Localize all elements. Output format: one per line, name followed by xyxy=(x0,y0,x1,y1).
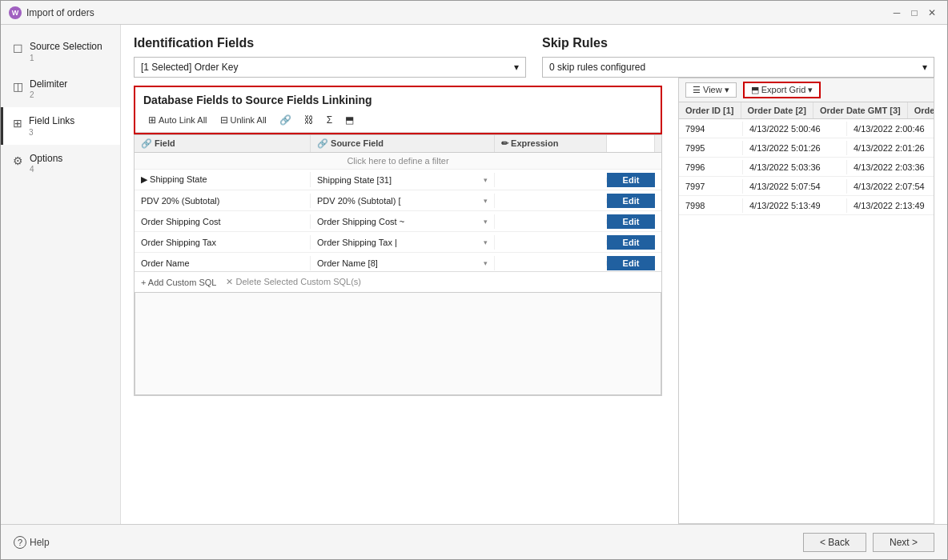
field-links-title: Database Fields to Source Fields Linkini… xyxy=(135,87,661,110)
main-window: W Import of orders ─ □ ✕ ☐ Source Select… xyxy=(0,0,948,560)
cell-date-0: 4/13/2022 5:00:46 xyxy=(743,122,847,136)
sql-editor[interactable] xyxy=(135,292,661,395)
sidebar-num-delimiter: 2 xyxy=(30,90,67,99)
identification-dropdown-arrow: ▾ xyxy=(514,62,519,73)
import-button[interactable]: ⬒ xyxy=(340,113,359,127)
delimiter-icon: ◫ xyxy=(13,80,23,93)
cell-expr-2 xyxy=(495,219,607,224)
right-grid-toolbar: ☰ View ▾ ⬒ Export Grid ▾ xyxy=(679,78,934,102)
right-grid-header: Order ID [1] Order Date [2] Order Date G… xyxy=(679,102,934,119)
export-icon: ⬒ xyxy=(751,85,759,95)
skip-rules-dropdown-arrow: ▾ xyxy=(922,62,927,73)
cell-field-0: ▶ Shipping State xyxy=(135,172,311,187)
skip-rules-title: Skip Rules xyxy=(542,36,934,50)
sidebar-item-source-selection[interactable]: ☐ Source Selection 1 xyxy=(1,33,120,70)
window-title: Import of orders xyxy=(26,7,94,18)
back-button[interactable]: < Back xyxy=(803,533,866,552)
window-body: ☐ Source Selection 1 ◫ Delimiter 2 ⊞ Fie… xyxy=(1,25,947,524)
source-arrow-4: ▾ xyxy=(484,259,488,267)
table-row: Order Shipping Tax Order Shipping Tax | … xyxy=(135,232,661,253)
unlink-single-icon: ⛓ xyxy=(304,114,314,126)
app-icon: W xyxy=(9,6,22,19)
edit-button-0[interactable]: Edit xyxy=(607,173,655,187)
right-grid-rows: 7994 4/13/2022 5:00:46 4/13/2022 2:00:46… xyxy=(679,119,934,523)
auto-link-icon: ⊞ xyxy=(148,114,156,126)
right-col-order-title: Order Title [4] xyxy=(908,102,934,118)
left-section: Database Fields to Source Fields Linkini… xyxy=(134,78,662,524)
maximize-button[interactable]: □ xyxy=(907,6,922,20)
skip-rules-dropdown[interactable]: 0 skip rules configured ▾ xyxy=(542,57,934,78)
minimize-button[interactable]: ─ xyxy=(890,6,904,20)
cell-expr-3 xyxy=(495,240,607,245)
sidebar: ☐ Source Selection 1 ◫ Delimiter 2 ⊞ Fie… xyxy=(1,25,121,524)
sidebar-label-options: Options xyxy=(30,153,62,166)
cell-id-3: 7997 xyxy=(679,179,743,194)
title-bar-left: W Import of orders xyxy=(9,6,94,19)
options-icon: ⚙ xyxy=(13,154,23,167)
auto-link-all-button[interactable]: ⊞ Auto Link All xyxy=(143,113,212,127)
sigma-icon: Σ xyxy=(327,114,332,126)
table-row: Order Shipping Cost Order Shipping Cost … xyxy=(135,211,661,232)
skip-rules-section: Skip Rules 0 skip rules configured ▾ xyxy=(542,36,934,78)
sidebar-num-field-links: 3 xyxy=(29,128,74,137)
next-button[interactable]: Next > xyxy=(873,533,934,552)
source-icon: 🔗 xyxy=(141,138,155,148)
help-button[interactable]: ? Help xyxy=(14,536,50,549)
field-links-box: Database Fields to Source Fields Linkini… xyxy=(134,86,662,134)
sigma-button[interactable]: Σ xyxy=(322,113,337,127)
title-controls: ─ □ ✕ xyxy=(890,6,939,20)
unlink-all-button[interactable]: ⊟ Unlink All xyxy=(215,113,271,127)
link-button[interactable]: 🔗 xyxy=(275,113,296,127)
link-icon2: 🔗 xyxy=(317,138,331,148)
unlink-button[interactable]: ⛓ xyxy=(299,113,319,127)
edit-button-2[interactable]: Edit xyxy=(607,214,655,229)
add-custom-sql-button[interactable]: + Add Custom SQL xyxy=(141,278,216,287)
source-selection-icon: ☐ xyxy=(13,42,23,55)
main-content: Identification Fields [1 Selected] Order… xyxy=(121,25,947,524)
cell-gmt-1: 4/13/2022 2:01:26 xyxy=(847,141,934,155)
list-item: 7994 4/13/2022 5:00:46 4/13/2022 2:00:46… xyxy=(679,119,934,138)
sidebar-num-options: 4 xyxy=(30,165,62,174)
identification-dropdown[interactable]: [1 Selected] Order Key ▾ xyxy=(134,57,526,78)
cell-field-3: Order Shipping Tax xyxy=(135,235,311,250)
edit-button-3[interactable]: Edit xyxy=(607,235,655,250)
sidebar-label-field-links: Field Links xyxy=(29,115,74,128)
right-col-order-gmt: Order Date GMT [3] xyxy=(813,102,908,118)
edit-button-1[interactable]: Edit xyxy=(607,194,655,208)
source-arrow-1: ▾ xyxy=(484,197,488,205)
source-arrow-3: ▾ xyxy=(484,238,488,246)
panels-row: Database Fields to Source Fields Linkini… xyxy=(134,78,934,524)
sidebar-item-options[interactable]: ⚙ Options 4 xyxy=(1,145,120,182)
cell-id-0: 7994 xyxy=(679,122,743,136)
sidebar-item-field-links[interactable]: ⊞ Field Links 3 xyxy=(1,107,120,145)
edit-button-4[interactable]: Edit xyxy=(607,256,655,270)
cell-source-4: Order Name [8] ▾ xyxy=(311,256,495,270)
nav-buttons: < Back Next > xyxy=(803,533,934,552)
cell-expr-0 xyxy=(495,178,607,182)
source-arrow-2: ▾ xyxy=(484,218,488,226)
cell-expr-1 xyxy=(495,198,607,203)
export-grid-button[interactable]: ⬒ Export Grid ▾ xyxy=(743,82,821,98)
cell-date-1: 4/13/2022 5:01:26 xyxy=(743,141,847,155)
filter-row[interactable]: Click here to define a filter xyxy=(135,153,661,170)
title-bar: W Import of orders ─ □ ✕ xyxy=(1,1,947,25)
cell-field-4: Order Name xyxy=(135,256,311,270)
cell-gmt-0: 4/13/2022 2:00:46 xyxy=(847,122,934,136)
right-grid: ☰ View ▾ ⬒ Export Grid ▾ Order ID [1] Or… xyxy=(678,78,934,524)
col-header-edit xyxy=(607,135,655,152)
col-header-source: 🔗 Source Field xyxy=(311,135,495,152)
sidebar-item-delimiter[interactable]: ◫ Delimiter 2 xyxy=(1,70,120,108)
unlink-icon: ⊟ xyxy=(220,114,228,126)
sidebar-num-source: 1 xyxy=(30,54,102,62)
left-grid: 🔗 Field 🔗 Source Field ✏ Expression Clic… xyxy=(134,134,662,396)
cell-id-1: 7995 xyxy=(679,141,743,155)
sidebar-label-source: Source Selection xyxy=(30,41,102,54)
close-button[interactable]: ✕ xyxy=(925,6,939,20)
view-button[interactable]: ☰ View ▾ xyxy=(685,82,737,98)
delete-custom-sql-button[interactable]: ✕ Delete Selected Custom SQL(s) xyxy=(226,277,361,287)
custom-sql-bar: + Add Custom SQL ✕ Delete Selected Custo… xyxy=(135,271,661,292)
list-item: 7995 4/13/2022 5:01:26 4/13/2022 2:01:26… xyxy=(679,138,934,158)
cell-field-1: PDV 20% (Subtotal) xyxy=(135,194,311,208)
cell-source-1: PDV 20% (Subtotal) [ ▾ xyxy=(311,194,495,208)
right-col-order-date: Order Date [2] xyxy=(741,102,813,118)
